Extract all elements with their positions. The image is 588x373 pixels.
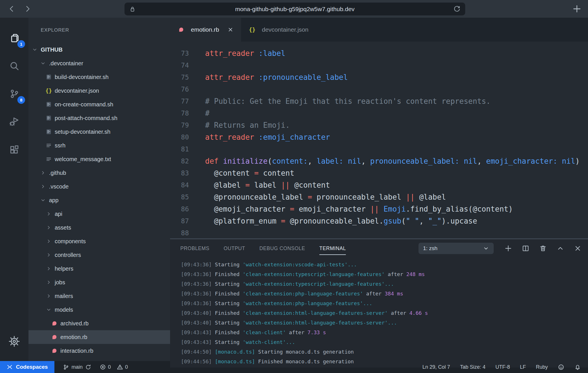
tree-item-mailers[interactable]: mailers — [28, 289, 170, 303]
tree-item-ssrh[interactable]: ssrh — [28, 139, 170, 152]
code-line: 73attr_reader :label — [170, 47, 588, 59]
tree-item-vscode[interactable]: .vscode — [28, 180, 170, 193]
tree-item-interaction-rb[interactable]: interaction.rb — [28, 344, 170, 358]
code-text: attr_reader :label — [189, 49, 285, 58]
error-value: 0 — [108, 364, 111, 370]
status-feedback[interactable] — [558, 364, 564, 370]
tree-item-models[interactable]: models — [28, 303, 170, 317]
forward-icon[interactable] — [23, 5, 32, 13]
tree-item-helpers[interactable]: helpers — [28, 262, 170, 275]
tree-item-components[interactable]: components — [28, 234, 170, 248]
activity-item-extensions[interactable] — [0, 136, 28, 164]
line-number: 87 — [170, 217, 189, 225]
line-number: 75 — [170, 74, 189, 81]
gear-icon — [9, 336, 20, 347]
activity-item-explorer[interactable]: 1 — [0, 24, 28, 52]
txtfile-icon — [45, 156, 52, 162]
status-problems[interactable]: 00 — [100, 364, 128, 370]
code-text: @platform_enum = @pronounceable_label.gs… — [189, 217, 477, 225]
maximize-panel-icon[interactable] — [556, 244, 564, 252]
chevron-down-icon — [39, 60, 47, 66]
tree-item-setup-devcontainer-sh[interactable]: setup-devcontainer.sh — [28, 125, 170, 139]
sync-icon[interactable] — [85, 364, 91, 370]
line-number: 79 — [170, 121, 189, 129]
url-bar[interactable]: mona-github-github-g59jpq2w5w7.github.de… — [124, 3, 465, 15]
status-indentation-label: Tab Size: 4 — [460, 364, 485, 370]
tree-item-label: build-devcontainer.sh — [55, 74, 109, 80]
json-icon: {} — [45, 88, 52, 94]
tree-item-archived-rb[interactable]: archived.rb — [28, 317, 170, 330]
line-number: 81 — [170, 145, 189, 153]
activity-item-search[interactable] — [0, 52, 28, 80]
tree-item-emotion-rb[interactable]: emotion.rb — [28, 330, 170, 344]
code-text: # Returns an Emoji. — [189, 121, 290, 129]
line-number: 73 — [170, 50, 189, 57]
terminal-line: [09:43:36] Finished 'clean-extension:php… — [181, 289, 588, 299]
tree-item-label: models — [55, 307, 73, 313]
activity-item-source-control[interactable]: 8 — [0, 80, 28, 108]
tree-item-post-attach-command-sh[interactable]: post-attach-command.sh — [28, 111, 170, 125]
chevron-down-icon — [31, 47, 38, 52]
status-notifications[interactable] — [574, 364, 581, 370]
tree-item-assets[interactable]: assets — [28, 221, 170, 234]
terminal-select[interactable]: 1: zsh — [418, 243, 494, 254]
error-icon — [100, 364, 106, 370]
debug-icon — [9, 117, 19, 127]
status-branch[interactable]: main — [63, 364, 91, 370]
panel-tab-terminal[interactable]: TERMINAL — [319, 239, 346, 258]
tree-item-label: setup-devcontainer.sh — [55, 129, 111, 135]
activity-item-run-and-debug[interactable] — [0, 108, 28, 136]
warning-count: 0 — [117, 364, 128, 370]
tree-item-devcontainer[interactable]: .devcontainer — [28, 56, 170, 70]
status-right-group: Ln 29, Col 7Tab Size: 4UTF-8LFRuby — [422, 364, 588, 370]
tree-item-build-devcontainer-sh[interactable]: build-devcontainer.sh — [28, 70, 170, 84]
new-terminal-icon[interactable] — [504, 244, 512, 252]
lock-icon — [129, 6, 136, 13]
tree-item-label: interaction.rb — [60, 348, 93, 354]
remote-icon — [7, 364, 13, 370]
close-panel-icon[interactable] — [574, 244, 582, 252]
tree-item-label: api — [55, 211, 62, 217]
tree-item-welcome-message-txt[interactable]: welcome_message.txt — [28, 152, 170, 166]
tree-item-devcontainer-json[interactable]: {}devcontainer.json — [28, 84, 170, 98]
tree-item-app[interactable]: app — [28, 193, 170, 207]
refresh-icon[interactable] — [453, 5, 461, 13]
panel-tab-debug-console[interactable]: DEBUG CONSOLE — [260, 239, 305, 258]
code-line: 79# Returns an Emoji. — [170, 119, 588, 131]
tree-item-github[interactable]: .github — [28, 166, 170, 180]
bottom-panel: PROBLEMSOUTPUTDEBUG CONSOLETERMINAL 1: z… — [170, 238, 588, 368]
tree-item-controllers[interactable]: controllers — [28, 248, 170, 262]
split-terminal-icon[interactable] — [522, 244, 530, 252]
panel-tab-problems[interactable]: PROBLEMS — [180, 239, 209, 258]
status-cursor-position[interactable]: Ln 29, Col 7 — [422, 364, 450, 370]
terminal-output[interactable]: [09:43:36] Starting 'watch-extension:vsc… — [170, 258, 588, 368]
tree-item-label: devcontainer.json — [55, 88, 99, 94]
panel-tab-output[interactable]: OUTPUT — [224, 239, 245, 258]
new-tab-icon[interactable] — [572, 4, 582, 14]
tree-item-jobs[interactable]: jobs — [28, 275, 170, 289]
status-eol[interactable]: LF — [520, 364, 526, 370]
line-number: 74 — [170, 62, 189, 69]
kill-terminal-icon[interactable] — [539, 244, 547, 252]
tree-item-label: components — [55, 238, 86, 245]
status-indentation[interactable]: Tab Size: 4 — [460, 364, 485, 370]
status-encoding[interactable]: UTF-8 — [495, 364, 510, 370]
tree-item-github[interactable]: GITHUB — [28, 43, 170, 56]
tab-devcontainer-json[interactable]: {}devcontainer.json — [241, 18, 316, 42]
tree-item-api[interactable]: api — [28, 207, 170, 221]
chevron-down-icon — [39, 197, 47, 203]
tree-item-label: app — [49, 197, 58, 204]
tree-item-on-create-command-sh[interactable]: on-create-command.sh — [28, 98, 170, 111]
line-number: 85 — [170, 193, 189, 201]
activity-item-manage[interactable] — [0, 327, 28, 355]
back-icon[interactable] — [7, 5, 16, 13]
close-icon[interactable] — [227, 27, 234, 33]
chevron-right-icon — [45, 225, 52, 230]
terminal-line: [09:43:43] Starting 'watch-client'... — [181, 337, 588, 347]
code-editor[interactable]: 73attr_reader :label7475attr_reader :pro… — [170, 42, 588, 238]
tab-emotion-rb[interactable]: emotion.rb — [170, 18, 241, 42]
status-remote-indicator[interactable]: Codespaces — [0, 361, 54, 373]
warning-icon — [117, 364, 123, 370]
explorer-title: EXPLORER — [28, 18, 170, 43]
status-language-mode[interactable]: Ruby — [536, 364, 548, 370]
